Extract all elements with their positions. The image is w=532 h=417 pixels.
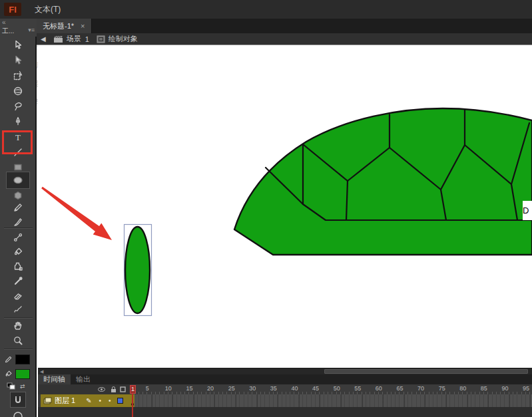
fill-color-swatch[interactable] bbox=[15, 369, 30, 379]
color-utility-row: ⇄ bbox=[4, 380, 33, 392]
deco-spray-icon bbox=[13, 304, 23, 315]
back-arrow-icon[interactable]: ◀ bbox=[41, 35, 46, 43]
breadcrumb-scene-number: 1 bbox=[85, 35, 89, 43]
menu-item[interactable]: 文本(T) bbox=[28, 0, 70, 19]
clipped-tool-button[interactable] bbox=[13, 408, 23, 417]
pen-nib-icon bbox=[13, 116, 23, 127]
collapse-panel-icon[interactable]: « bbox=[2, 19, 6, 26]
playhead-frame-indicator[interactable]: 1 bbox=[130, 385, 136, 394]
tools-panel: T ⇄ bbox=[0, 37, 37, 417]
timeline-layer-row[interactable]: 图层 1 ✎ • • bbox=[38, 394, 532, 407]
eyedropper-tool[interactable] bbox=[7, 275, 29, 288]
lasso-tool[interactable] bbox=[7, 100, 29, 113]
hand-tool[interactable] bbox=[7, 319, 29, 333]
zoom-magnifier-icon bbox=[13, 335, 23, 346]
bone-tool-icon bbox=[13, 232, 23, 243]
layer-stack-icon bbox=[43, 397, 52, 404]
stroke-color-control[interactable] bbox=[4, 353, 33, 365]
oval-tool-icon bbox=[13, 175, 23, 186]
horizontal-scrollbar[interactable]: ◀ bbox=[38, 368, 532, 374]
drawing-object-icon bbox=[97, 35, 105, 43]
3d-rotation-globe-icon bbox=[13, 86, 23, 96]
ink-bottle-icon bbox=[13, 261, 23, 272]
swap-colors-icon[interactable]: ⇄ bbox=[20, 383, 25, 390]
scene-clapperboard-icon bbox=[53, 35, 63, 43]
menu-bar: Fl 文件(F)编辑(E)视图(V)插入(I)修改(M)文本(T)命令(C)控制… bbox=[0, 0, 532, 19]
pencil-tool-icon bbox=[13, 202, 23, 213]
tab-output[interactable]: 输出 bbox=[71, 374, 96, 384]
stage-drawing bbox=[38, 45, 532, 368]
clipped-tool-icon bbox=[13, 408, 23, 417]
tools-panel-title: 工... bbox=[2, 27, 14, 36]
pen-tool[interactable] bbox=[7, 115, 29, 128]
tools-panel-header: « 工... ▾≡ bbox=[0, 19, 37, 37]
breadcrumb-scene-label[interactable]: 场景 bbox=[67, 34, 81, 44]
timeline-empty-area bbox=[38, 407, 532, 417]
timeline-frame-ruler[interactable] bbox=[131, 384, 532, 394]
brush-tool-icon bbox=[13, 217, 23, 227]
text-tool[interactable]: T bbox=[7, 130, 29, 144]
layer-name[interactable]: 图层 1 bbox=[55, 396, 75, 406]
subselection-tool[interactable] bbox=[7, 54, 29, 67]
turtle-shell-shape bbox=[234, 108, 532, 255]
outline-view-icon[interactable] bbox=[119, 386, 127, 393]
paint-bucket-tool[interactable] bbox=[7, 245, 29, 259]
selection-tool[interactable] bbox=[7, 39, 29, 52]
snap-magnet-icon bbox=[13, 395, 23, 404]
snap-to-objects-toggle[interactable] bbox=[10, 392, 26, 408]
selection-arrow-icon bbox=[13, 40, 23, 51]
stage-canvas[interactable] bbox=[38, 45, 532, 368]
polystar-tool-icon bbox=[13, 190, 23, 201]
eraser-tool[interactable] bbox=[7, 289, 29, 303]
3d-rotation-tool[interactable] bbox=[7, 84, 29, 98]
eyedropper-icon bbox=[13, 276, 23, 287]
svg-text:T: T bbox=[15, 132, 21, 142]
oval-tool[interactable] bbox=[6, 172, 30, 189]
toolbar-divider bbox=[4, 227, 33, 229]
timeline-tab-bar: 时间轴 输出 bbox=[38, 374, 532, 384]
rectangle-tool-icon bbox=[13, 162, 23, 172]
paint-bucket-icon bbox=[13, 247, 23, 257]
eraser-icon bbox=[13, 291, 23, 301]
line-tool[interactable] bbox=[7, 146, 29, 159]
fill-color-control[interactable] bbox=[4, 368, 33, 380]
playhead-line[interactable] bbox=[132, 394, 133, 417]
free-transform-tool[interactable] bbox=[7, 69, 29, 82]
toolbar-divider bbox=[4, 317, 33, 319]
zoom-tool[interactable] bbox=[7, 334, 29, 347]
black-white-colors-icon[interactable] bbox=[7, 382, 16, 390]
layer-outline-color-swatch[interactable] bbox=[117, 398, 123, 404]
polystar-tool[interactable] bbox=[7, 189, 29, 202]
layer-lock-dot[interactable]: • bbox=[109, 397, 111, 404]
layer-visibility-dot[interactable]: • bbox=[99, 397, 102, 404]
edit-bar: ◀ 场景 1 绘制对象 bbox=[37, 33, 532, 45]
fill-bucket-icon bbox=[4, 370, 13, 378]
show-hide-eye-icon[interactable] bbox=[98, 386, 105, 393]
stroke-pencil-icon bbox=[4, 355, 13, 364]
ink-bottle-tool[interactable] bbox=[7, 260, 29, 273]
scrollbar-thumb[interactable] bbox=[324, 369, 528, 374]
pencil-tool[interactable] bbox=[7, 201, 29, 214]
drawn-ellipse-selection bbox=[125, 225, 152, 316]
line-tool-icon bbox=[13, 147, 23, 158]
document-tab[interactable]: 无标题-1* × bbox=[37, 19, 92, 33]
text-tool-icon: T bbox=[13, 132, 23, 142]
panel-menu-icon[interactable]: ▾≡ bbox=[28, 27, 35, 33]
stroke-color-swatch[interactable] bbox=[15, 354, 30, 364]
scroll-left-arrow-icon[interactable]: ◀ bbox=[40, 368, 43, 374]
brush-tool[interactable] bbox=[7, 215, 29, 229]
clipped-edge-text: D bbox=[523, 201, 532, 220]
layer-label[interactable]: 图层 1 ✎ • • bbox=[41, 394, 131, 407]
toolbar-divider bbox=[4, 348, 33, 350]
hand-tool-icon bbox=[13, 321, 23, 331]
layer-edit-pencil-icon: ✎ bbox=[86, 397, 91, 404]
subselection-arrow-icon bbox=[13, 55, 23, 66]
deco-tool[interactable] bbox=[7, 303, 29, 316]
lock-icon[interactable] bbox=[110, 386, 117, 393]
document-tab-bar: 无标题-1* × bbox=[37, 19, 532, 33]
layer-frames-strip[interactable] bbox=[131, 394, 532, 407]
bone-tool[interactable] bbox=[7, 231, 29, 244]
flash-application-window: Fl 文件(F)编辑(E)视图(V)插入(I)修改(M)文本(T)命令(C)控制… bbox=[0, 0, 532, 417]
close-tab-icon[interactable]: × bbox=[81, 22, 85, 30]
tab-timeline[interactable]: 时间轴 bbox=[38, 374, 71, 384]
